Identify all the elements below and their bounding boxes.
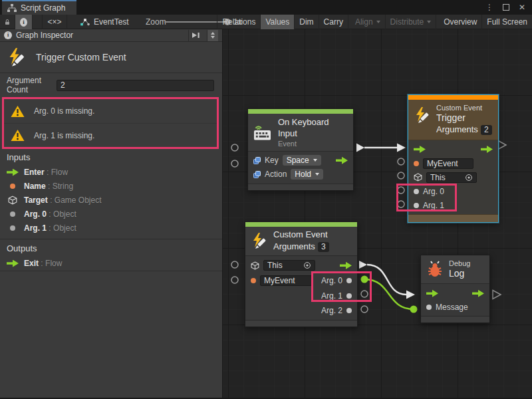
panel-stepper[interactable] xyxy=(207,30,218,41)
port-trigger-name-in[interactable] xyxy=(398,158,404,165)
flow-out-arrow-icon[interactable] xyxy=(481,146,493,153)
window-menu-icon[interactable]: ⋮ xyxy=(485,3,493,12)
node-trigger-custom-event[interactable]: Custom Event Trigger Arguments 2 MyEvent xyxy=(408,94,499,223)
cube-icon xyxy=(414,173,422,182)
wire-arrowhead xyxy=(397,144,406,152)
string-dot-icon xyxy=(10,184,15,189)
node-footer xyxy=(248,184,353,190)
target-icon[interactable] xyxy=(465,174,473,182)
flow-in-arrow-icon[interactable] xyxy=(414,146,426,153)
port-trigger-target-in[interactable] xyxy=(398,172,404,179)
port-flow-out-trigger[interactable] xyxy=(498,141,506,150)
node-footer xyxy=(245,320,357,327)
port-receiver-target-in[interactable] xyxy=(231,261,238,268)
inputs-section-label: Inputs xyxy=(7,152,30,162)
port-trigger-arg1-in[interactable] xyxy=(398,201,404,207)
target-field[interactable]: This xyxy=(263,260,315,271)
warnings-annotation-box: Arg. 0 is missing. Arg. 1 is missing. xyxy=(2,97,219,149)
port-receiver-arg2-out[interactable] xyxy=(361,306,368,313)
warning-text: Arg. 1 is missing. xyxy=(34,131,94,140)
event-name-field[interactable]: MyEvent xyxy=(423,158,473,169)
values-button[interactable]: Values xyxy=(261,15,295,29)
dock-right-button[interactable] xyxy=(188,30,203,41)
port-list-item: Arg. 1 : Object xyxy=(7,221,76,235)
flow-out-arrow-icon[interactable] xyxy=(340,262,352,269)
port-list-item: Name : String xyxy=(7,180,73,193)
flow-in-arrow-icon[interactable] xyxy=(426,290,438,297)
port-label: Arg. 0 xyxy=(321,276,342,285)
dim-button[interactable]: Dim xyxy=(295,15,319,29)
action-dropdown[interactable]: Hold xyxy=(291,169,323,180)
warning-icon xyxy=(11,105,25,118)
align-dropdown[interactable]: Align xyxy=(350,15,386,29)
graph-canvas[interactable]: On Keyboard Input Event Key Space xyxy=(223,29,532,398)
event-strip xyxy=(245,222,357,227)
full-screen-button[interactable]: Full Screen xyxy=(482,15,532,29)
port-flow-out-keyboard[interactable] xyxy=(356,144,364,152)
lock-icon xyxy=(5,17,10,27)
node-debug-log[interactable]: Debug Log Message xyxy=(420,255,490,323)
argument-count-input[interactable]: 2 xyxy=(57,80,214,91)
code-view-button[interactable]: <×> xyxy=(42,15,67,29)
arguments-count-badge[interactable]: 2 xyxy=(481,125,492,135)
port-arg0-out-connected[interactable] xyxy=(361,276,368,283)
event-name-field[interactable]: MyEvent xyxy=(260,275,312,286)
port-message-in-connected[interactable] xyxy=(410,306,418,313)
window-maximize-icon[interactable] xyxy=(503,4,509,11)
port-key-in[interactable] xyxy=(231,144,238,151)
flow-out-arrow-icon[interactable] xyxy=(336,157,348,164)
graph-icon xyxy=(80,17,90,27)
object-dot-icon xyxy=(414,203,419,208)
custom-event-icon xyxy=(251,232,268,249)
port-list-item: Target : Game Object xyxy=(7,194,102,207)
key-dropdown[interactable]: Space xyxy=(283,155,321,166)
arguments-count-badge[interactable]: 3 xyxy=(318,242,329,252)
flow-out-arrow-icon[interactable] xyxy=(472,290,484,297)
distribute-dropdown[interactable]: Distribute xyxy=(386,15,437,29)
flow-arrow-icon xyxy=(7,260,19,267)
inspector-toggle-button[interactable]: i xyxy=(15,15,33,29)
carry-button[interactable]: Carry xyxy=(319,15,348,29)
node-on-keyboard-input[interactable]: On Keyboard Input Event Key Space xyxy=(247,108,354,191)
port-label: Key xyxy=(265,156,279,165)
port-flow-out-debug[interactable] xyxy=(493,291,501,299)
object-dot-icon xyxy=(346,308,352,313)
info-icon: i xyxy=(4,31,12,39)
graph-toolbar: i <×> EventTest Zoom 1x Relations Values… xyxy=(0,15,532,29)
tab-script-graph[interactable]: Script Graph xyxy=(2,0,76,15)
chevron-down-icon xyxy=(313,159,317,162)
port-action-in[interactable] xyxy=(231,160,238,167)
graph-icon xyxy=(7,4,17,12)
node-custom-event[interactable]: Custom Event Arguments 3 This xyxy=(245,221,358,327)
inspector-title: Graph Inspector xyxy=(16,31,184,40)
custom-event-icon xyxy=(7,47,27,67)
port-list-item: Enter : Flow xyxy=(7,166,68,179)
port-list-item: Arg. 0 : Object xyxy=(7,207,76,221)
key-literal-icon xyxy=(253,171,261,178)
overview-button[interactable]: Overview xyxy=(439,15,482,29)
port-label: Message xyxy=(436,303,468,312)
string-dot-icon xyxy=(414,161,419,166)
relations-button[interactable]: Relations xyxy=(217,15,261,29)
node-title: Trigger xyxy=(436,112,492,124)
port-receiver-arg1-out[interactable] xyxy=(361,291,368,297)
zoom-label: Zoom xyxy=(146,17,166,27)
port-receiver-name-in[interactable] xyxy=(231,277,238,283)
page-title: Trigger Custom Event xyxy=(36,52,126,63)
graph-name: EventTest xyxy=(94,17,129,27)
node-title: Log xyxy=(449,267,470,279)
lock-button[interactable] xyxy=(0,15,15,29)
object-dot-icon xyxy=(414,189,419,194)
port-flow-out-receiver[interactable] xyxy=(359,261,367,269)
window-close-icon[interactable]: ✕ xyxy=(519,3,525,12)
target-field[interactable]: This xyxy=(426,172,477,183)
target-icon[interactable] xyxy=(303,261,311,269)
graph-breadcrumb[interactable]: EventTest xyxy=(80,15,129,29)
port-label: Arg. 0 xyxy=(423,187,444,196)
port-trigger-arg0-in[interactable] xyxy=(398,187,404,194)
flow-arrow-icon xyxy=(7,169,19,176)
inspector-header: i Graph Inspector xyxy=(0,29,222,42)
node-footer xyxy=(421,316,489,323)
unit-title-block: Trigger Custom Event xyxy=(0,42,222,73)
custom-event-icon xyxy=(414,106,431,124)
